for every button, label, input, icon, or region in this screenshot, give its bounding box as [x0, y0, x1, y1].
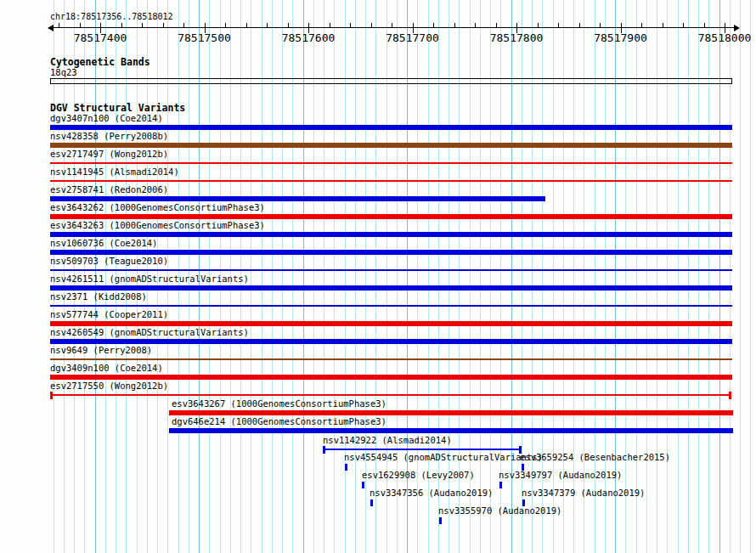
track-label[interactable]: nsv4261511 (gnomADStructuralVariants) [50, 274, 249, 284]
track-bar[interactable] [50, 394, 731, 396]
ruler-tick-minor [183, 23, 184, 27]
gridline [740, 0, 741, 553]
point-marker-label[interactable]: nsv3347356 (Audano2019) [370, 488, 493, 498]
ruler-tick-minor [59, 23, 59, 27]
track-bar[interactable] [50, 196, 545, 201]
dgv-section-title: DGV Structural Variants [50, 103, 185, 113]
ruler-tick-label: 78517500 [178, 32, 231, 44]
ruler-tick-minor [205, 23, 206, 27]
ruler-tick-minor [600, 23, 601, 27]
track-bar[interactable] [169, 428, 733, 433]
track-bar[interactable] [50, 269, 732, 271]
track-label[interactable]: esv2717550 (Wong2012b) [50, 381, 168, 391]
ruler-tick-minor [516, 23, 517, 27]
ruler-tick-minor [413, 23, 414, 27]
ruler-tick-minor [496, 23, 497, 27]
track-label[interactable]: dgv3409n100 (Coe2014) [50, 364, 163, 373]
ruler-tick-label: 78517400 [74, 32, 127, 44]
track-bar[interactable] [50, 162, 732, 164]
ruler-tick-label: 78517700 [386, 32, 439, 44]
ruler-tick-minor [350, 23, 351, 27]
track-bar[interactable] [50, 305, 732, 307]
ruler-tick-minor [121, 23, 122, 27]
ruler-tick-minor [683, 23, 684, 27]
region-title: chr18:78517356..78518012 [50, 13, 173, 22]
point-marker-label[interactable]: esv3659254 (Besenbacher2015) [520, 453, 670, 462]
track-bar[interactable] [50, 358, 732, 360]
point-marker-tick[interactable] [499, 482, 502, 488]
track-bar-cap [50, 392, 53, 399]
point-marker-tick[interactable] [345, 464, 347, 471]
track-bar[interactable] [50, 375, 732, 380]
track-bar[interactable] [323, 449, 522, 450]
ruler-tick-minor [80, 23, 81, 27]
ruler-tick-label: 78517800 [490, 32, 544, 44]
ruler-tick-minor [475, 23, 476, 27]
point-marker-label[interactable]: nsv3347379 (Audano2019) [522, 488, 645, 498]
ruler-tick-minor [246, 23, 247, 27]
track-bar[interactable] [50, 232, 732, 237]
ruler-tick-minor [142, 23, 143, 27]
track-label[interactable]: dgv3407n100 (Coe2014) [50, 114, 163, 123]
cytoband-glyph[interactable] [50, 78, 732, 84]
gridline [750, 0, 751, 553]
point-marker-label[interactable]: nsv3355970 (Audano2019) [438, 506, 561, 516]
point-marker-tick[interactable] [370, 499, 373, 506]
track-bar[interactable] [50, 214, 732, 219]
ruler-line [54, 27, 734, 28]
point-marker-label[interactable]: esv1629908 (Levy2007) [362, 471, 475, 480]
ruler-tick-minor [308, 23, 309, 27]
ruler-tick-minor [100, 23, 101, 27]
track-label[interactable]: dgv646e214 (1000GenomesConsortiumPhase3) [172, 417, 386, 426]
ruler-tick-minor [288, 23, 289, 27]
track-label[interactable]: nsv577744 (Cooper2011) [50, 310, 168, 319]
track-bar[interactable] [50, 143, 732, 148]
ruler-tick-minor [225, 23, 226, 27]
track-bar[interactable] [169, 410, 733, 415]
track-label[interactable]: nsv9649 (Perry2008) [50, 346, 152, 355]
ruler-tick-minor [267, 23, 268, 27]
track-label[interactable]: nsv1141945 (Alsmadi2014) [50, 167, 179, 177]
track-bar[interactable] [50, 285, 732, 291]
ruler-tick-minor [579, 23, 580, 27]
ruler-tick-label: 78517600 [282, 32, 336, 44]
point-marker-tick[interactable] [362, 482, 364, 488]
track-bar[interactable] [50, 321, 732, 326]
track-label[interactable]: nsv428358 (Perry2008b) [50, 132, 168, 141]
track-bar[interactable] [50, 250, 732, 255]
ruler-tick-minor [641, 23, 642, 27]
track-label[interactable]: nsv2371 (Kidd2008) [50, 292, 147, 302]
point-marker-tick[interactable] [439, 517, 442, 524]
track-label[interactable]: esv3643262 (1000GenomesConsortiumPhase3) [50, 203, 265, 212]
track-bar[interactable] [50, 125, 732, 130]
track-bar-cap [323, 446, 325, 454]
ruler-tick-minor [433, 23, 434, 27]
ruler-tick-minor [454, 23, 455, 27]
ruler-tick-minor [163, 23, 164, 27]
track-bar-cap [729, 392, 731, 399]
ruler-arrow-left-icon [48, 25, 54, 31]
ruler-arrow-right-icon [734, 25, 740, 31]
track-label[interactable]: nsv4260549 (gnomADStructuralVariants) [50, 328, 249, 337]
ruler-tick-minor [330, 23, 330, 27]
track-label[interactable]: nsv509703 (Teague2010) [50, 257, 168, 266]
point-marker-label[interactable]: nsv3349797 (Audano2019) [499, 471, 622, 480]
ruler-tick-minor [704, 23, 705, 27]
ruler-tick-minor [392, 23, 392, 27]
track-label[interactable]: nsv1142922 (Alsmadi2014) [323, 436, 452, 445]
track-label[interactable]: esv2717497 (Wong2012b) [50, 150, 168, 159]
cytoband-label: 18q23 [50, 68, 77, 77]
ruler-tick-label: 78518000 [698, 32, 752, 44]
track-bar[interactable] [50, 180, 732, 182]
genome-browser-canvas: chr18:78517356..78518012 785174007851750… [0, 0, 756, 553]
track-label[interactable]: nsv1060736 (Coe2014) [50, 239, 157, 248]
track-label[interactable]: esv2758741 (Redon2006) [50, 185, 168, 195]
track-label[interactable]: esv3643263 (1000GenomesConsortiumPhase3) [50, 221, 265, 230]
cytogenetic-section-title: Cytogenetic Bands [50, 57, 150, 67]
point-marker-label[interactable]: nsv4554945 (gnomADStructuralVariants) [344, 453, 543, 462]
ruler-tick-minor [558, 23, 559, 27]
track-bar[interactable] [50, 339, 732, 344]
ruler-tick-minor [371, 23, 372, 27]
ruler-tick-minor [663, 23, 663, 27]
track-label[interactable]: esv3643267 (1000GenomesConsortiumPhase3) [172, 399, 386, 409]
